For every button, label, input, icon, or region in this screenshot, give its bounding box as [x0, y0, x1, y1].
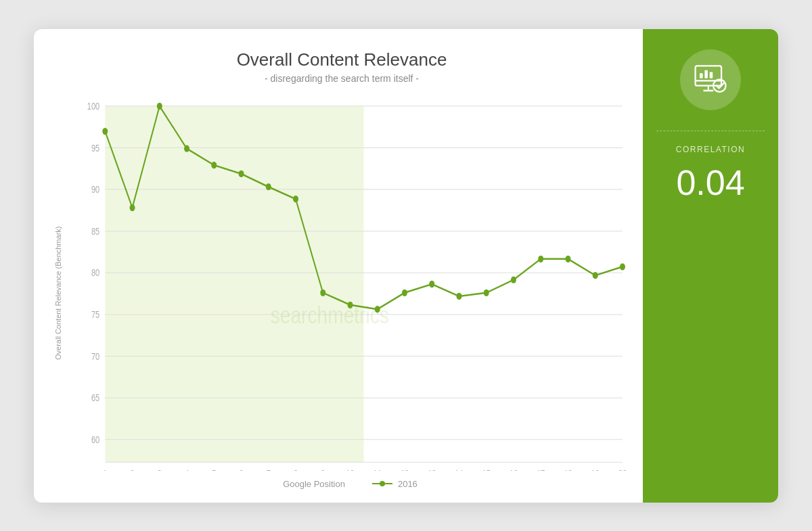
svg-rect-40 — [695, 66, 721, 85]
data-dot — [130, 204, 135, 210]
correlation-label: CORRELATION — [676, 145, 745, 154]
data-dot — [429, 280, 434, 287]
highlight-region — [105, 106, 363, 461]
svg-text:90: 90 — [91, 184, 99, 195]
correlation-value: 0.04 — [676, 162, 744, 203]
data-dot — [565, 255, 570, 262]
svg-text:11: 11 — [374, 468, 382, 470]
svg-text:14: 14 — [455, 468, 463, 470]
chart-subtitle: - disregarding the search term itself - — [54, 73, 629, 84]
svg-text:9: 9 — [321, 468, 325, 470]
data-dot — [620, 263, 625, 270]
data-dot — [239, 170, 244, 177]
svg-text:20: 20 — [618, 468, 627, 470]
chart-area: Overall Content Relevance (Benchmark) — [54, 97, 629, 489]
svg-text:19: 19 — [591, 468, 600, 470]
data-dot — [402, 289, 407, 296]
svg-rect-46 — [704, 70, 708, 78]
data-dot — [456, 292, 461, 299]
chart-title: Overall Content Relevance — [54, 49, 629, 70]
svg-text:85: 85 — [91, 226, 99, 237]
svg-text:4: 4 — [185, 468, 189, 470]
y-axis-label: Overall Content Relevance (Benchmark) — [54, 97, 68, 489]
svg-text:16: 16 — [510, 468, 518, 470]
svg-rect-47 — [709, 72, 713, 78]
legend-dot — [380, 481, 385, 486]
svg-text:3: 3 — [158, 468, 162, 470]
svg-text:60: 60 — [91, 434, 99, 445]
data-dot — [593, 272, 598, 279]
svg-text:95: 95 — [91, 143, 99, 154]
data-dot — [347, 301, 353, 308]
data-dot — [375, 306, 380, 313]
svg-text:1: 1 — [103, 468, 107, 470]
chart-svg: 100 95 90 85 80 75 70 65 60 searchmetric… — [71, 97, 629, 471]
data-dot — [211, 161, 217, 168]
data-dot — [320, 289, 325, 296]
chart-plot: 100 95 90 85 80 75 70 65 60 searchmetric… — [71, 97, 629, 471]
legend-label: 2016 — [398, 479, 418, 489]
svg-text:100: 100 — [87, 101, 99, 112]
analytics-icon-circle — [680, 49, 741, 110]
legend-line — [372, 483, 392, 484]
x-axis-label: Google Position — [283, 479, 345, 489]
svg-text:8: 8 — [294, 468, 298, 470]
chart-inner: 100 95 90 85 80 75 70 65 60 searchmetric… — [71, 97, 629, 489]
svg-text:6: 6 — [239, 468, 243, 470]
svg-text:17: 17 — [537, 468, 545, 470]
data-dot — [538, 255, 543, 262]
data-dot — [293, 195, 298, 202]
svg-text:searchmetrics: searchmetrics — [271, 301, 389, 328]
svg-text:5: 5 — [212, 468, 216, 470]
side-panel: CORRELATION 0.04 — [643, 29, 778, 503]
svg-text:80: 80 — [91, 268, 99, 279]
chart-section: Overall Content Relevance - disregarding… — [34, 29, 643, 503]
svg-text:12: 12 — [401, 468, 409, 470]
svg-text:70: 70 — [91, 351, 99, 362]
svg-text:75: 75 — [91, 309, 99, 320]
data-dot — [184, 145, 189, 152]
search-analytics-icon — [692, 61, 729, 98]
svg-text:2: 2 — [130, 468, 134, 470]
side-panel-divider — [656, 131, 765, 131]
svg-text:7: 7 — [267, 468, 271, 470]
svg-rect-45 — [700, 73, 703, 78]
data-dot — [157, 102, 162, 109]
svg-text:65: 65 — [91, 393, 99, 404]
main-card: Overall Content Relevance - disregarding… — [34, 29, 778, 503]
svg-text:18: 18 — [564, 468, 572, 470]
legend-area: Google Position 2016 — [71, 479, 629, 489]
data-dot — [511, 276, 516, 283]
svg-text:10: 10 — [346, 468, 354, 470]
svg-text:15: 15 — [482, 468, 491, 470]
svg-text:13: 13 — [428, 468, 436, 470]
data-dot — [266, 183, 271, 190]
legend-item-2016: 2016 — [372, 479, 418, 489]
data-dot — [102, 127, 108, 134]
data-dot — [484, 289, 489, 296]
